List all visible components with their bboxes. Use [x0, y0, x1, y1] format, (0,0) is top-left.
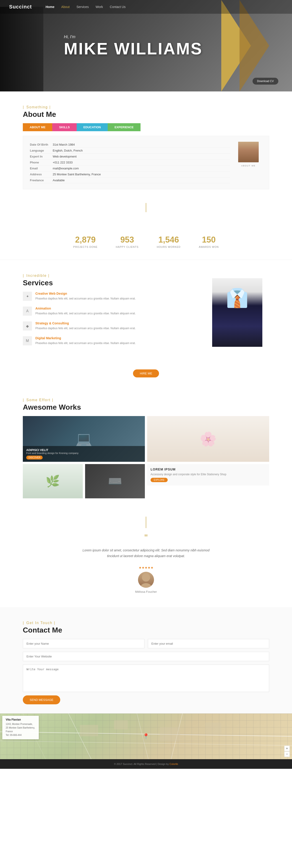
- service-item-1: A Animation Phasellus dapibus felis elit…: [23, 307, 198, 316]
- about-label-accent: |: [23, 105, 24, 109]
- about-value-phone: +011 222 3333: [53, 161, 73, 164]
- about-value-freelance: Available: [53, 179, 65, 182]
- services-person-area: [212, 274, 269, 351]
- nav-item-contact[interactable]: Contact Us: [110, 5, 125, 9]
- about-value-dob: 31st March 1984: [53, 143, 75, 146]
- about-label-phone: Phone: [30, 161, 53, 164]
- works-grid: ADIPISCI VELIT Font and branding design …: [23, 416, 269, 498]
- about-row-dob: Date Of Birth 31st March 1984: [30, 142, 230, 148]
- work-item-plant: [23, 464, 83, 498]
- contact-website-input[interactable]: [23, 652, 269, 661]
- service-icon-marketing: M: [23, 336, 32, 345]
- stat-hours-label: Hours Worked: [157, 246, 180, 248]
- svg-line-3: [0, 741, 292, 745]
- work-btn-1[interactable]: EXPLORE: [151, 478, 168, 482]
- svg-rect-8: [80, 725, 98, 736]
- about-row-email: Email mail@example.com: [30, 165, 230, 172]
- stat-awards-label: Awards Won: [199, 246, 219, 248]
- nav-link-contact[interactable]: Contact Us: [110, 5, 125, 9]
- testimonial-section: " Lorem ipsum dolor sit amet, consectetu…: [0, 507, 292, 607]
- about-value-lang: English, Dutch, French: [53, 149, 83, 152]
- about-section: | Something | About Me ABOUT ME SKILLS E…: [0, 91, 292, 198]
- send-message-button[interactable]: SEND MESSAGE: [23, 695, 60, 704]
- stat-awards: 150 Awards Won: [199, 235, 219, 248]
- nav-item-about[interactable]: About: [61, 5, 70, 9]
- stat-projects-number: 2,879: [73, 235, 98, 245]
- about-label-lang: Language: [30, 149, 53, 152]
- nav-item-services[interactable]: Services: [76, 5, 89, 9]
- svg-rect-11: [205, 723, 221, 734]
- svg-point-0: [142, 574, 150, 582]
- about-value-email: mail@example.com: [53, 167, 79, 170]
- stat-projects-label: Projects Done: [73, 246, 98, 248]
- stat-clients: 953 Happy Clients: [116, 235, 139, 248]
- testimonial-quote-text: Lorem ipsum dolor sit amet, consectetur …: [78, 548, 214, 559]
- stat-clients-number: 953: [116, 235, 139, 245]
- about-label-dob: Date Of Birth: [30, 143, 53, 146]
- about-section-label: | Something |: [23, 105, 269, 109]
- nav-logo[interactable]: Succinct: [9, 4, 32, 10]
- services-hire-row: HIRE ME: [0, 369, 292, 384]
- nav-link-about[interactable]: About: [61, 5, 70, 9]
- map-info-address: 1243, Montee Promenade,25 Montee Saint B…: [6, 722, 35, 737]
- stat-hours-number: 1,546: [157, 235, 180, 245]
- service-text-strategy: Strategy & Consulting Phasellus dapibus …: [35, 321, 136, 330]
- tab-skills[interactable]: SKILLS: [52, 123, 76, 131]
- tab-experience[interactable]: Experience: [108, 123, 141, 131]
- about-info-table: Date Of Birth 31st March 1984 Language E…: [30, 142, 230, 183]
- service-title-web: Creative Web Design: [35, 292, 136, 296]
- contact-name-input[interactable]: [23, 639, 144, 648]
- work-desc-0: Font and branding design for Krening com…: [26, 452, 141, 455]
- nav-item-home[interactable]: Home: [46, 5, 54, 9]
- work-overlay-0: ADIPISCI VELIT Font and branding design …: [23, 446, 145, 462]
- tab-education[interactable]: Education: [77, 123, 108, 131]
- works-label-text: Some Effort |: [27, 398, 53, 402]
- nav-link-home[interactable]: Home: [46, 5, 54, 9]
- nav-item-work[interactable]: Work: [96, 5, 103, 9]
- map-zoom-out-button[interactable]: −: [284, 751, 290, 757]
- work-item-flowers: [147, 416, 269, 462]
- work-item-typing: [85, 464, 145, 498]
- about-photo-area: ABOUT ME: [235, 142, 262, 183]
- stat-hours: 1,546 Hours Worked: [157, 235, 180, 248]
- footer-text: © 2017 Succinct. All Rights Reserved | D…: [114, 763, 169, 765]
- service-item-3: M Digital Marketing Phasellus dapibus fe…: [23, 336, 198, 345]
- about-label-email: Email: [30, 167, 53, 170]
- footer-colorlib-link[interactable]: Colorlib: [170, 763, 178, 765]
- tab-about-me[interactable]: ABOUT ME: [23, 123, 52, 131]
- contact-label-accent: |: [23, 621, 24, 625]
- hero-name: MIKE WILLIAMS: [64, 40, 203, 57]
- service-title-marketing: Digital Marketing: [35, 336, 136, 340]
- service-desc-animation: Phasellus dapibus felis elit, sed accums…: [35, 311, 136, 315]
- avatar-illustration: [138, 572, 154, 588]
- work-btn-0[interactable]: DISCOVER: [26, 456, 43, 460]
- map-zoom-in-button[interactable]: +: [284, 746, 290, 751]
- work-image-typing: [85, 464, 145, 498]
- about-row-freelance: Freelance Available: [30, 177, 230, 183]
- service-text-web: Creative Web Design Phasellus dapibus fe…: [35, 292, 136, 301]
- service-title-animation: Animation: [35, 307, 136, 310]
- about-label-expert: Expert In: [30, 155, 53, 158]
- work-title-1: LOREM IPSUM: [151, 467, 266, 471]
- contact-section-label: | Get In Touch |: [23, 621, 269, 625]
- stats-divider: [146, 203, 146, 212]
- services-person-image: [212, 278, 262, 347]
- contact-message-input[interactable]: [23, 664, 269, 692]
- testimonial-stars: ★★★★★: [23, 566, 269, 569]
- navigation: Succinct Home About Services Work Contac…: [0, 0, 292, 14]
- download-cv-button[interactable]: Download CV: [253, 78, 278, 85]
- hire-me-button[interactable]: HIRE ME: [133, 369, 159, 377]
- works-label-accent: |: [23, 398, 24, 402]
- nav-link-services[interactable]: Services: [76, 5, 89, 9]
- service-item-0: ✦ Creative Web Design Phasellus dapibus …: [23, 292, 198, 301]
- about-value-expert: Web development: [53, 155, 77, 158]
- nav-link-work[interactable]: Work: [96, 5, 103, 9]
- about-section-title: About Me: [23, 110, 269, 119]
- service-item-2: ◆ Strategy & Consulting Phasellus dapibu…: [23, 321, 198, 331]
- work-item-laptop: ADIPISCI VELIT Font and branding design …: [23, 416, 145, 462]
- testimonial-avatar: [138, 572, 154, 588]
- works-left-col: ADIPISCI VELIT Font and branding design …: [23, 416, 145, 498]
- about-photo-label: ABOUT ME: [241, 164, 256, 167]
- contact-section: | Get In Touch | Contact Me SEND MESSAGE: [0, 607, 292, 713]
- contact-email-input[interactable]: [148, 639, 269, 648]
